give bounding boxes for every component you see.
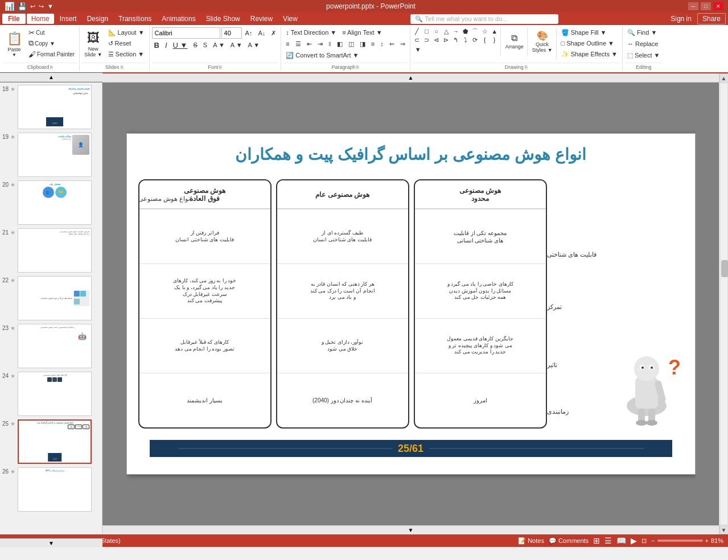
arrange-btn[interactable]: ⧉ Arrange xyxy=(503,27,526,56)
shape-cell[interactable]: ⊂ xyxy=(413,36,422,44)
shape-cell[interactable]: { xyxy=(480,36,490,44)
slide-preview-20[interactable]: همایش ملی 👥 🤝 xyxy=(18,180,92,225)
slide-thumb-24[interactable]: 24 ★ گام های تولید هوش مصنوعی xyxy=(2,372,100,416)
menu-file[interactable]: File xyxy=(2,14,26,24)
slide-preview-26[interactable]: پردازش زبان طبیعی (NLP) xyxy=(18,467,92,512)
justify-btn[interactable]: ≡ xyxy=(369,39,377,49)
slide-thumb-20[interactable]: 20 ★ همایش ملی 👥 🤝 xyxy=(2,180,100,225)
right-scrollbar[interactable]: ▲ ▼ xyxy=(719,73,728,534)
panel-scroll-down[interactable]: ▼ xyxy=(48,540,54,546)
panel-scroll-up[interactable]: ▲ xyxy=(48,74,54,80)
slide-thumb-21[interactable]: 21 ★ تعریف و مقایسه انواع هوش مصنوعی بر … xyxy=(2,228,100,273)
increase-indent-btn[interactable]: ⇥ xyxy=(315,39,325,49)
menu-slideshow[interactable]: Slide Show xyxy=(201,14,245,24)
layout-btn[interactable]: 📐 Layout ▼ xyxy=(106,27,147,38)
shape-cell[interactable]: ⊃ xyxy=(422,36,431,44)
slide-thumb-18[interactable]: 18 ★ هوش مصنوعی پیشرفته متن توضیحی 18/61 xyxy=(2,85,100,129)
slide-canvas[interactable]: انواع هوش مصنوعی بر اساس گرافیک پیت و هم… xyxy=(126,133,696,475)
shape-cell[interactable]: } xyxy=(490,36,499,44)
reading-view-btn[interactable]: 📖 xyxy=(616,536,626,545)
shape-cell[interactable]: ↰ xyxy=(451,36,460,44)
menu-insert[interactable]: Insert xyxy=(55,14,81,24)
slide-thumb-22[interactable]: 22 ★ شرکت های بزرگ در حوزه هوش مصنوعی xyxy=(2,276,100,320)
menu-transitions[interactable]: Transitions xyxy=(114,14,156,24)
font-increase-btn[interactable]: A↑ xyxy=(243,28,255,38)
align-right-btn[interactable]: ◨ xyxy=(357,39,368,49)
slide-thumb-23[interactable]: 23 ★ رباتیک و اتوماسیون در عصر هوش مصنوع… xyxy=(2,324,100,368)
font-expand[interactable]: ⎘ xyxy=(219,65,222,70)
cut-btn[interactable]: ✂Cut xyxy=(26,27,77,38)
shape-cell[interactable]: → xyxy=(451,27,460,35)
shape-cell[interactable]: ⟳ xyxy=(471,36,480,44)
shape-cell[interactable]: ╱ xyxy=(413,27,422,35)
outline-view-btn[interactable]: ☰ xyxy=(604,536,612,545)
notes-btn[interactable]: 📝 Notes xyxy=(518,537,544,545)
menu-view[interactable]: View xyxy=(278,14,302,24)
slides-expand[interactable]: ⎘ xyxy=(121,65,124,70)
share-btn[interactable]: Share xyxy=(697,13,726,24)
menu-design[interactable]: Design xyxy=(83,14,113,24)
shape-effects-btn[interactable]: ✨ Shape Effects ▼ xyxy=(559,49,620,59)
shapes-more-btn[interactable]: ▼ xyxy=(413,44,423,55)
reset-btn[interactable]: ↺ Reset xyxy=(106,38,147,48)
font-size-input[interactable]: 40 xyxy=(221,27,242,39)
line-spacing-btn[interactable]: ↕ xyxy=(378,39,386,49)
numbering-btn[interactable]: ☰ xyxy=(293,39,303,49)
quick-redo[interactable]: ↪ xyxy=(39,3,44,10)
slide-preview-21[interactable]: تعریف و مقایسه انواع هوش مصنوعی بر اساس … xyxy=(18,228,92,273)
shape-cell[interactable]: ⬟ xyxy=(461,27,470,35)
italic-btn[interactable]: I xyxy=(163,40,170,50)
convert-smartart-btn[interactable]: 🔄 Convert to SmartArt ▼ xyxy=(283,50,361,60)
align-left-btn[interactable]: ◧ xyxy=(335,39,345,49)
find-btn[interactable]: 🔍 Find ▼ xyxy=(625,27,659,38)
normal-view-btn[interactable]: ⊞ xyxy=(593,536,600,545)
underline-btn[interactable]: U ▼ xyxy=(171,40,190,50)
comments-btn[interactable]: 💬 Comments xyxy=(549,537,589,545)
font-decrease-btn[interactable]: A↓ xyxy=(256,28,268,38)
format-painter-btn[interactable]: 🖌Format Painter xyxy=(26,49,77,59)
shadow-btn[interactable]: S xyxy=(201,40,209,50)
shape-cell[interactable]: ⊲ xyxy=(432,36,441,44)
cols-btn[interactable]: ⫴ xyxy=(326,39,334,49)
scroll-track-vertical[interactable] xyxy=(720,83,728,525)
clipboard-expand[interactable]: ⎘ xyxy=(50,65,53,70)
font-color-btn[interactable]: A ▼ xyxy=(211,40,227,50)
slide-preview-25[interactable]: انواع هوش مصنوعی بر اساس گرافیک پیت هوش … xyxy=(18,419,92,464)
slide-thumb-26[interactable]: 26 ★ پردازش زبان طبیعی (NLP) xyxy=(2,467,100,512)
font-name-input[interactable]: Calibri xyxy=(152,27,220,39)
drawing-expand[interactable]: ⎘ xyxy=(525,65,528,70)
main-scroll-up[interactable]: ▲ xyxy=(408,75,414,81)
quick-menu[interactable]: ▼ xyxy=(47,3,54,10)
shape-cell[interactable]: ⌒ xyxy=(471,27,480,35)
quick-save[interactable]: 💾 xyxy=(18,2,27,11)
slide-thumb-19[interactable]: 19 ★ مواکب پایتخت متن توضیحی 👤 xyxy=(2,133,100,177)
slide-preview-24[interactable]: گام های تولید هوش مصنوعی xyxy=(18,372,92,416)
menu-animations[interactable]: Animations xyxy=(157,14,200,24)
main-scroll-down[interactable]: ▼ xyxy=(408,527,414,533)
highlight-btn[interactable]: A ▼ xyxy=(228,40,245,50)
menu-home[interactable]: Home xyxy=(27,14,54,24)
scroll-up-arrow[interactable]: ▲ xyxy=(719,73,729,83)
bullets-btn[interactable]: ≡ xyxy=(283,39,291,49)
shape-cell[interactable]: ○ xyxy=(432,27,441,35)
para-expand[interactable]: ⎘ xyxy=(356,65,359,70)
bold-btn[interactable]: B xyxy=(152,40,162,50)
paste-btn[interactable]: 📋 Paste ▼ xyxy=(3,27,25,61)
quick-styles-btn[interactable]: 🎨 QuickStyles ▼ xyxy=(530,27,555,56)
quick-undo[interactable]: ↩ xyxy=(30,3,35,10)
shape-cell[interactable]: ⊳ xyxy=(442,36,451,44)
search-bar[interactable]: Tell me what you want to do... xyxy=(425,15,508,22)
font-color2-btn[interactable]: A ▼ xyxy=(246,40,262,50)
zoom-out-btn[interactable]: − xyxy=(651,537,655,544)
shape-cell[interactable]: ▲ xyxy=(490,27,499,35)
zoom-fit-btn[interactable]: ⊡ xyxy=(641,537,647,545)
strikethrough-btn[interactable]: S xyxy=(191,40,199,50)
shape-outline-btn[interactable]: □ Shape Outline ▼ xyxy=(559,38,620,48)
clear-format-btn[interactable]: ✗ xyxy=(269,28,278,38)
shape-cell[interactable]: ⤵ xyxy=(461,36,470,44)
align-center-btn[interactable]: ◫ xyxy=(346,39,356,49)
zoom-slider[interactable] xyxy=(657,540,703,542)
text-direction-btn[interactable]: ↕ Text Direction ▼ xyxy=(283,27,339,38)
slide-thumb-25[interactable]: 25 ★ انواع هوش مصنوعی بر اساس گرافیک پیت… xyxy=(2,419,100,464)
maximize-btn[interactable]: □ xyxy=(701,2,711,10)
